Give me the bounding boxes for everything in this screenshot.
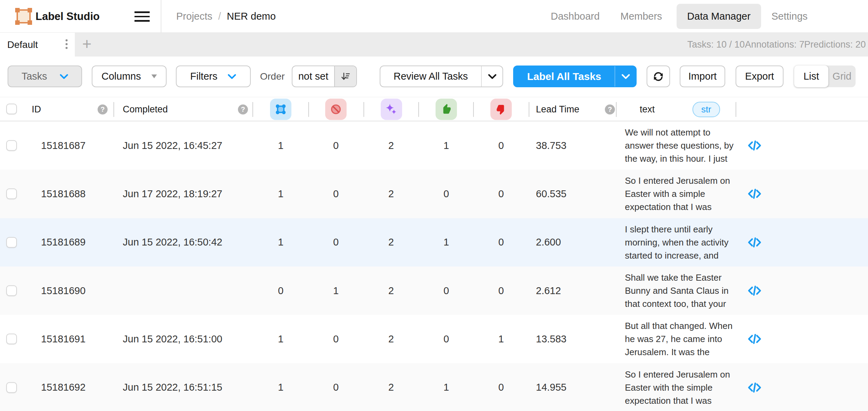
label-all-tasks-label: Label All Tasks [514,71,615,82]
table-row[interactable]: 15181690 0 1 2 0 0 2.612 Shall we take t… [0,267,868,315]
cell-lead-time: 2.600 [536,218,561,267]
column-header-predictions-icon[interactable] [381,99,402,120]
export-button[interactable]: Export [736,66,784,87]
cell-lead-time: 38.753 [536,121,567,170]
cell-predictions-count: 2 [363,315,419,363]
header-divider [161,0,161,32]
review-all-tasks-label: Review All Tasks [380,71,481,82]
tasks-dropdown-button[interactable]: Tasks [8,66,82,87]
row-checkbox[interactable] [6,334,17,344]
help-icon[interactable]: ? [238,104,248,114]
nav-dashboard[interactable]: Dashboard [551,0,600,33]
view-list-button[interactable]: List [794,66,828,87]
help-icon[interactable]: ? [98,104,108,114]
refresh-button[interactable] [647,66,670,87]
top-header: Label Studio Projects/NER demo Dashboard… [0,0,868,33]
row-checkbox[interactable] [6,382,17,393]
row-checkbox[interactable] [6,189,17,199]
cell-text: Shall we take the Easter Bunny and Santa… [625,267,741,315]
cell-cancelled-count: 0 [308,315,363,363]
code-icon[interactable] [747,331,762,347]
column-divider [308,102,309,117]
cell-task-id: 15181691 [41,315,86,363]
tab-default[interactable]: Default [0,33,75,57]
cell-accepted-count: 1 [419,363,474,411]
breadcrumb-projects[interactable]: Projects [176,11,212,22]
label-all-tasks-button[interactable]: Label All Tasks [513,66,637,87]
view-grid-button[interactable]: Grid [828,66,856,87]
cell-rejected-count: 0 [473,170,529,218]
column-header-annotations-icon[interactable] [270,99,291,120]
cell-accepted-count: 0 [419,267,474,315]
tab-options-kebab-icon[interactable] [61,38,72,52]
column-divider [113,102,114,117]
column-divider [418,102,419,117]
cell-text: So I entered Jerusalem on Easter with a … [625,170,741,218]
tasks-dropdown-label: Tasks [21,71,47,82]
nav-settings[interactable]: Settings [771,0,808,33]
select-all-checkbox[interactable] [6,104,17,114]
row-checkbox[interactable] [6,140,17,151]
cell-predictions-count: 2 [363,218,419,267]
breadcrumb-project-name: NER demo [227,11,276,22]
predictions-count-stat: Predictions: 20 [804,33,866,57]
filters-dropdown-label: Filters [190,71,218,82]
order-value-button[interactable]: not set [292,66,357,87]
row-checkbox[interactable] [6,285,17,296]
nav-data-manager[interactable]: Data Manager [677,4,761,29]
help-icon[interactable]: ? [605,104,615,114]
cell-cancelled-count: 1 [308,267,363,315]
table-row[interactable]: 15181688 Jun 17 2022, 18:19:27 1 0 2 0 0… [0,170,868,218]
table-row[interactable]: 15181692 Jun 15 2022, 16:51:15 1 0 2 1 0… [0,363,868,411]
table-row[interactable]: 15181689 Jun 15 2022, 16:50:42 1 0 2 1 0… [0,218,868,267]
column-header-accepted-icon[interactable] [436,99,457,120]
bounding-box-icon [275,103,287,116]
code-icon[interactable] [747,186,762,201]
add-view-button[interactable]: + [77,33,97,57]
sort-direction-button[interactable] [334,66,356,87]
cell-text: We will not attempt to answer these ques… [625,121,741,170]
review-all-tasks-button[interactable]: Review All Tasks [380,66,503,87]
cell-predictions-count: 2 [363,170,419,218]
cell-lead-time: 14.955 [536,363,567,411]
cell-lead-time: 13.583 [536,315,567,363]
filters-dropdown-button[interactable]: Filters [176,66,251,87]
column-header-rejected-icon[interactable] [490,99,512,120]
chevron-down-icon [488,74,497,79]
column-header-completed[interactable]: Completed [123,97,168,122]
task-text-snippet: I slept there until early morning, when … [625,223,741,262]
column-type-badge: str [692,102,720,117]
table-row[interactable]: 15181691 Jun 15 2022, 16:51:00 1 0 2 0 1… [0,315,868,363]
view-tabs-bar: Default + Tasks: 10 / 10 Annotations: 7 … [0,33,868,57]
cell-lead-time: 60.535 [536,170,567,218]
cell-rejected-count: 1 [473,315,529,363]
review-dropdown-chevron[interactable] [481,66,502,87]
code-icon[interactable] [747,380,762,395]
code-icon[interactable] [747,138,762,153]
chevron-down-icon [228,74,236,79]
import-button[interactable]: Import [680,66,725,87]
triangle-down-icon [151,74,157,78]
export-label: Export [745,71,774,82]
nav-members[interactable]: Members [620,0,662,33]
column-header-text[interactable]: text [640,97,655,122]
column-header-cancelled-icon[interactable] [325,99,347,120]
cell-rejected-count: 0 [473,121,529,170]
view-mode-toggle: List Grid [794,66,856,87]
refresh-icon [652,70,665,83]
column-header-id[interactable]: ID [32,97,41,122]
column-divider [736,102,736,117]
label-studio-logo-icon [17,9,31,23]
import-label: Import [688,71,717,82]
table-row[interactable]: 15181687 Jun 15 2022, 16:45:27 1 0 2 1 0… [0,121,868,170]
columns-dropdown-button[interactable]: Columns [92,66,167,87]
cell-annotations-count: 1 [253,121,308,170]
column-header-lead-time[interactable]: Lead Time [536,97,579,122]
code-icon[interactable] [747,235,762,250]
columns-dropdown-label: Columns [101,71,141,82]
row-checkbox[interactable] [6,237,17,248]
code-icon[interactable] [747,283,762,298]
cell-annotations-count: 1 [253,315,308,363]
label-all-dropdown-chevron[interactable] [615,66,636,87]
hamburger-menu-icon[interactable] [134,11,150,22]
